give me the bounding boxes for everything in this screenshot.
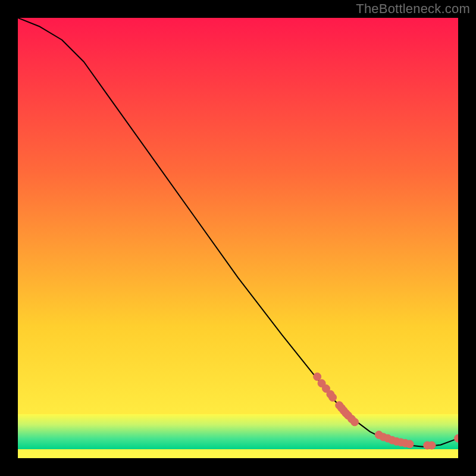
plot-area <box>18 18 458 458</box>
data-point <box>428 441 436 449</box>
data-points <box>314 373 458 449</box>
data-point <box>351 418 359 426</box>
chart-frame: TheBottleneck.com <box>0 0 476 476</box>
curve-line <box>18 18 458 447</box>
chart-svg <box>18 18 458 458</box>
data-point <box>406 440 414 448</box>
watermark-text: TheBottleneck.com <box>356 1 470 17</box>
data-point <box>314 373 321 381</box>
data-point <box>455 434 459 442</box>
data-point <box>329 393 337 401</box>
